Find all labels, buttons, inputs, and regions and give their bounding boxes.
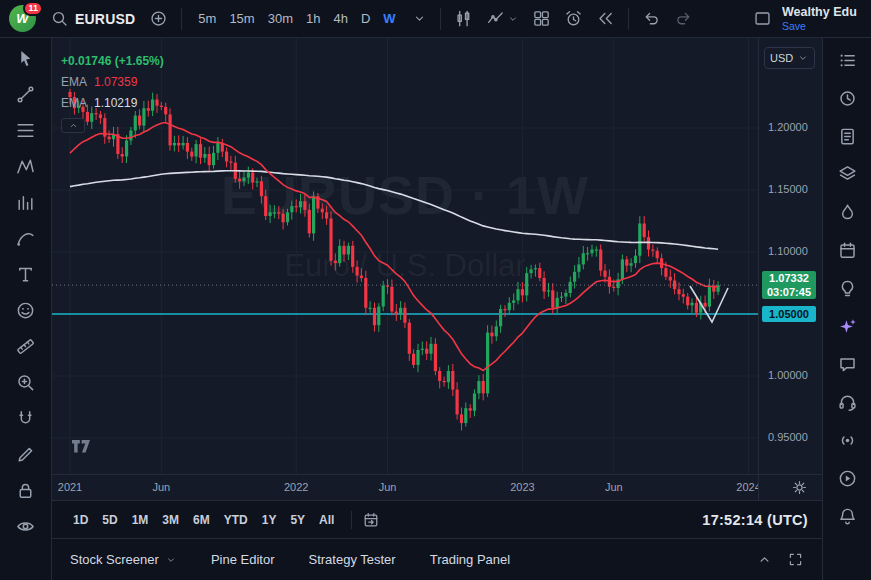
- news-icon[interactable]: [837, 126, 858, 147]
- timeframe-15m[interactable]: 15m: [223, 8, 260, 29]
- level-price-badge: 1.05000: [762, 306, 816, 322]
- layout-templates-button[interactable]: [529, 6, 554, 31]
- symbol-name: EURUSD: [75, 11, 135, 27]
- xabcd-pattern-icon[interactable]: [15, 156, 36, 177]
- support-icon[interactable]: [837, 392, 858, 413]
- object-tree-icon[interactable]: [837, 164, 858, 185]
- top-toolbar: W 11 EURUSD 5m15m30m1h4hDW Wealthy Edu S…: [0, 0, 871, 38]
- ideas-icon[interactable]: [837, 278, 858, 299]
- brush-icon[interactable]: [15, 228, 36, 249]
- timeframe-1h[interactable]: 1h: [300, 8, 326, 29]
- broadcast-icon[interactable]: [837, 430, 858, 451]
- range-All[interactable]: All: [312, 509, 341, 531]
- range-5Y[interactable]: 5Y: [283, 509, 312, 531]
- range-3M[interactable]: 3M: [155, 509, 186, 531]
- indicator-row[interactable]: EMA 1.10219: [61, 92, 164, 113]
- emoji-icon[interactable]: [15, 300, 36, 321]
- chart-pane[interactable]: EURUSD · 1W Euro / U.S. Dollar +0.01746 …: [52, 38, 758, 474]
- currency-label: USD: [770, 52, 793, 64]
- timeframe-4h[interactable]: 4h: [327, 8, 353, 29]
- price-scale[interactable]: USD 1.07332 03:07:45 1.05000 1.200001.15…: [758, 38, 822, 474]
- indicator-row[interactable]: EMA 1.07359: [61, 71, 164, 92]
- indicators-button[interactable]: [483, 6, 522, 31]
- eye-icon[interactable]: [15, 516, 36, 537]
- create-alert-button[interactable]: [561, 6, 586, 31]
- zoom-icon[interactable]: [15, 372, 36, 393]
- timeframe-30m[interactable]: 30m: [262, 8, 299, 29]
- bar-countdown: 03:07:45: [762, 285, 816, 299]
- lock-icon[interactable]: [15, 480, 36, 501]
- panel-maximize-button[interactable]: [787, 551, 804, 568]
- collapse-legend-button[interactable]: [61, 118, 85, 133]
- bottom-tab-group: Stock ScreenerPine EditorStrategy Tester…: [70, 552, 510, 567]
- indicator-value: 1.07359: [94, 75, 137, 89]
- bars-pattern-icon[interactable]: [15, 192, 36, 213]
- ai-sparkle-icon[interactable]: [837, 316, 858, 337]
- tab-strategy-tester[interactable]: Strategy Tester: [308, 552, 395, 567]
- cursor-icon[interactable]: [15, 48, 36, 69]
- range-1D[interactable]: 1D: [66, 509, 95, 531]
- range-YTD[interactable]: YTD: [217, 509, 255, 531]
- bell-icon[interactable]: [837, 506, 858, 527]
- tab-trading-panel[interactable]: Trading Panel: [430, 552, 510, 567]
- calendar-icon[interactable]: [837, 240, 858, 261]
- indicator-label: EMA: [61, 96, 87, 110]
- chevron-down-icon: [797, 52, 809, 64]
- chart-type-button[interactable]: [451, 6, 476, 31]
- panel-open-button[interactable]: [756, 551, 773, 568]
- ruler-icon[interactable]: [15, 336, 36, 357]
- go-to-date-button[interactable]: [362, 511, 380, 529]
- app-logo[interactable]: W 11: [9, 5, 39, 33]
- trend-line-icon[interactable]: [15, 84, 36, 105]
- hotlist-icon[interactable]: [837, 202, 858, 223]
- tab-label: Trading Panel: [430, 552, 510, 567]
- account-menu[interactable]: Wealthy Edu Save: [782, 5, 862, 31]
- timeframe-D[interactable]: D: [355, 8, 376, 29]
- range-6M[interactable]: 6M: [186, 509, 217, 531]
- add-symbol-button[interactable]: [146, 6, 171, 31]
- range-1M[interactable]: 1M: [125, 509, 156, 531]
- fib-retracement-icon[interactable]: [15, 120, 36, 141]
- last-price: 1.07332: [762, 271, 816, 285]
- chevron-down-icon: [165, 554, 177, 566]
- watchlist-icon[interactable]: [837, 50, 858, 71]
- tab-stock-screener[interactable]: Stock Screener: [70, 552, 177, 567]
- right-sidebar: [822, 38, 871, 580]
- timeframe-W[interactable]: W: [377, 8, 401, 29]
- tab-label: Stock Screener: [70, 552, 159, 567]
- currency-selector[interactable]: USD: [764, 47, 815, 69]
- range-divider: [351, 511, 352, 529]
- redo-button[interactable]: [671, 6, 696, 31]
- save-button[interactable]: Save: [782, 20, 806, 32]
- timeframe-group: 5m15m30m1h4hDW: [192, 8, 401, 29]
- select-layout-button[interactable]: [750, 6, 775, 31]
- time-axis-label: 2022: [284, 481, 308, 493]
- tab-label: Pine Editor: [211, 552, 275, 567]
- time-axis-label: Jun: [605, 481, 623, 493]
- play-icon[interactable]: [837, 468, 858, 489]
- chart-settings-gear-icon[interactable]: [791, 479, 808, 496]
- indicator-label: EMA: [61, 75, 87, 89]
- time-axis-label: Jun: [152, 481, 170, 493]
- bar-replay-button[interactable]: [593, 6, 618, 31]
- time-axis[interactable]: 2021Jun2022Jun2023Jun2024: [52, 474, 822, 500]
- panel-controls: [756, 551, 804, 568]
- toolbar-divider: [628, 8, 629, 30]
- text-icon[interactable]: [15, 264, 36, 285]
- undo-button[interactable]: [639, 6, 664, 31]
- tab-pine-editor[interactable]: Pine Editor: [211, 552, 275, 567]
- timeframe-menu-button[interactable]: [409, 8, 430, 29]
- pencil-icon[interactable]: [15, 444, 36, 465]
- symbol-search-button[interactable]: EURUSD: [46, 6, 139, 31]
- range-5D[interactable]: 5D: [95, 509, 124, 531]
- range-1Y[interactable]: 1Y: [255, 509, 284, 531]
- timeframe-5m[interactable]: 5m: [192, 8, 222, 29]
- time-axis-label: 2023: [510, 481, 534, 493]
- price-tick: 0.95000: [768, 431, 808, 443]
- chevron-down-icon: [507, 13, 519, 25]
- alerts-icon[interactable]: [837, 88, 858, 109]
- chat-icon[interactable]: [837, 354, 858, 375]
- toolbar-divider: [181, 8, 182, 30]
- magnet-icon[interactable]: [15, 408, 36, 429]
- price-tick: 1.10000: [768, 245, 808, 257]
